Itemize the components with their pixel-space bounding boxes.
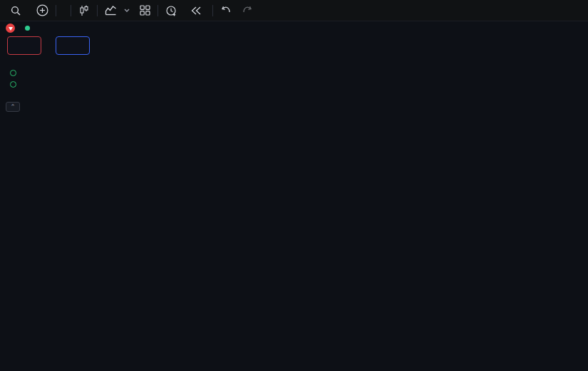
avax-logo-icon — [6, 23, 15, 33]
buy-button[interactable] — [56, 36, 90, 55]
toolbar-divider — [97, 5, 98, 16]
legend-row-pi-cycle[interactable] — [6, 90, 21, 101]
redo-button[interactable] — [237, 2, 258, 19]
alert-clock-icon — [165, 5, 177, 16]
plus-circle-icon — [36, 4, 48, 16]
grid-layout-icon — [140, 5, 150, 16]
indicators-button[interactable] — [100, 2, 135, 19]
status-ring-icon — [10, 70, 16, 76]
alert-button[interactable] — [160, 2, 185, 19]
sell-button[interactable] — [7, 36, 41, 55]
interval-button[interactable] — [58, 2, 68, 19]
chart-type-button[interactable] — [73, 2, 95, 19]
tradingview-window: ⌃ — [0, 0, 588, 371]
undo-arrow-icon — [220, 6, 232, 15]
chevron-down-icon — [124, 9, 130, 12]
indicator-legend — [6, 56, 21, 101]
compare-add-button[interactable] — [31, 2, 53, 19]
candlestick-icon — [78, 5, 90, 16]
undo-button[interactable] — [215, 2, 237, 19]
legend-row-sma50[interactable] — [6, 67, 21, 78]
toolbar-divider — [158, 5, 158, 16]
redo-arrow-icon — [242, 6, 253, 15]
toolbar-divider — [56, 5, 56, 16]
replay-button[interactable] — [185, 2, 210, 19]
legend-collapse-button[interactable]: ⌃ — [6, 102, 20, 112]
legend-row-vmc-cipher-a[interactable] — [6, 56, 21, 67]
toolbar-divider — [212, 5, 213, 16]
replay-rewind-icon — [190, 6, 202, 16]
symbol-info-row — [6, 23, 36, 33]
symbol-search-button[interactable] — [6, 2, 31, 19]
layout-grid-button[interactable] — [135, 2, 155, 19]
search-icon — [11, 6, 21, 16]
legend-row-sma200[interactable] — [6, 78, 21, 90]
order-panel — [7, 36, 90, 55]
top-toolbar — [0, 0, 588, 21]
status-ring-icon — [10, 81, 16, 88]
chart-canvas[interactable] — [0, 0, 588, 371]
indicators-icon — [105, 5, 117, 16]
toolbar-divider — [71, 5, 71, 16]
market-status-dot — [25, 26, 30, 31]
